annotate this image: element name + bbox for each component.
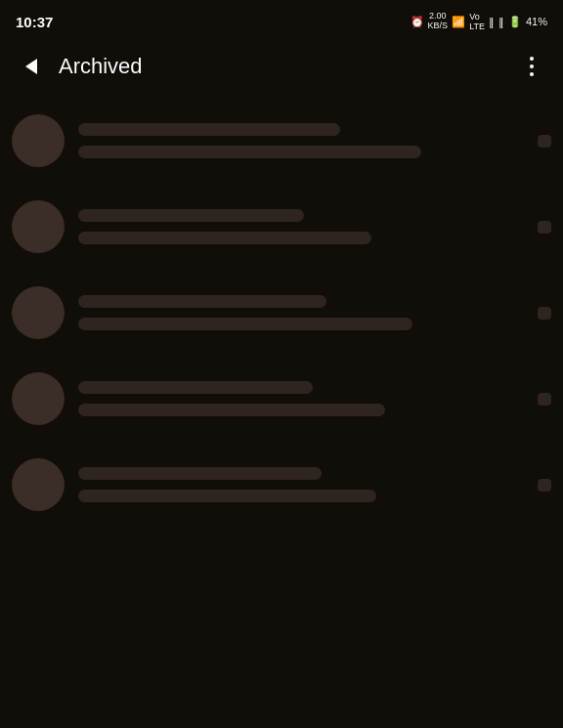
- chat-content: [78, 381, 530, 416]
- list-item[interactable]: [0, 270, 563, 356]
- volte-icon: VoLTE: [469, 12, 485, 31]
- chat-meta: [538, 307, 551, 320]
- list-item[interactable]: [0, 356, 563, 442]
- meta-time-line: [538, 135, 551, 148]
- alarm-icon: ⏰: [411, 16, 424, 28]
- chat-content: [78, 467, 530, 502]
- chat-content: [78, 209, 530, 244]
- chat-title-line: [78, 381, 313, 394]
- avatar: [12, 286, 65, 339]
- status-time: 10:37: [16, 14, 53, 30]
- meta-time-line: [538, 221, 551, 234]
- chat-title-line: [78, 123, 340, 136]
- chat-content: [78, 123, 530, 158]
- wifi-icon: 📶: [452, 16, 465, 28]
- chat-title-line: [78, 295, 326, 308]
- signal-icon-2: ‖: [498, 16, 504, 28]
- chat-subtitle-line: [78, 232, 371, 244]
- chat-subtitle-line: [78, 146, 421, 158]
- data-speed: 2.00KB/S: [428, 12, 449, 31]
- avatar: [12, 114, 65, 167]
- page-title: Archived: [51, 54, 512, 79]
- meta-time-line: [538, 307, 551, 320]
- list-item[interactable]: [0, 184, 563, 270]
- battery-icon: 🔋: [508, 16, 522, 28]
- chat-meta: [538, 479, 551, 492]
- chat-list: [0, 94, 563, 532]
- avatar: [12, 458, 65, 511]
- back-arrow-icon: [25, 59, 37, 74]
- three-dots-icon: [530, 57, 534, 76]
- app-bar: Archived: [0, 39, 563, 94]
- back-button[interactable]: [12, 47, 51, 86]
- list-item[interactable]: [0, 98, 563, 184]
- meta-time-line: [538, 393, 551, 406]
- chat-meta: [538, 221, 551, 234]
- chat-content: [78, 295, 530, 330]
- chat-title-line: [78, 467, 322, 480]
- avatar: [12, 200, 65, 253]
- avatar: [12, 372, 65, 425]
- meta-time-line: [538, 479, 551, 492]
- status-bar: 10:37 ⏰ 2.00KB/S 📶 VoLTE ‖ ‖ 🔋 41%: [0, 0, 563, 39]
- chat-meta: [538, 135, 551, 148]
- status-icons: ⏰ 2.00KB/S 📶 VoLTE ‖ ‖ 🔋 41%: [411, 12, 547, 31]
- chat-subtitle-line: [78, 404, 385, 416]
- battery-percent: 41%: [526, 16, 547, 27]
- chat-title-line: [78, 209, 304, 222]
- chat-subtitle-line: [78, 318, 412, 330]
- chat-subtitle-line: [78, 490, 376, 502]
- chat-meta: [538, 393, 551, 406]
- signal-icon-1: ‖: [489, 16, 495, 28]
- more-options-button[interactable]: [512, 47, 551, 86]
- list-item[interactable]: [0, 442, 563, 528]
